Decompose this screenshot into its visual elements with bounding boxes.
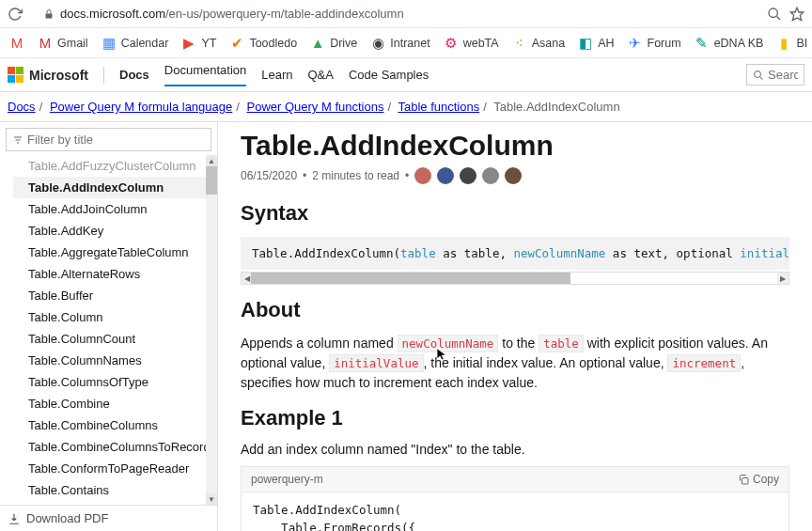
bookmark-item[interactable]: ◉Intranet <box>370 36 429 51</box>
bookmark-icon: ⁖ <box>512 36 527 51</box>
crumb-table[interactable]: Table functions <box>398 100 479 114</box>
bookmark-item[interactable]: ✈Forum <box>628 36 681 51</box>
toc-item[interactable]: Table.AggregateTableColumn <box>13 242 217 263</box>
scroll-down-icon[interactable]: ▼ <box>206 493 217 505</box>
about-heading: About <box>241 298 789 322</box>
toc-item[interactable]: Table.AlternateRows <box>13 263 217 285</box>
nav-learn[interactable]: Learn <box>261 68 292 82</box>
ms-logo-icon <box>8 67 23 83</box>
copy-button[interactable]: Copy <box>738 473 779 486</box>
microsoft-logo[interactable]: Microsoft <box>8 67 88 83</box>
lock-icon <box>43 8 55 20</box>
address-bar[interactable]: docs.microsoft.com/en-us/powerquery-m/ta… <box>30 5 759 23</box>
bookmark-label: Asana <box>532 37 565 50</box>
bookmark-label: Intranet <box>390 37 429 50</box>
contributor-avatar[interactable] <box>460 167 476 184</box>
crumb-current: Table.AddIndexColumn <box>493 100 619 114</box>
contributor-avatar[interactable] <box>505 167 522 184</box>
url-path: /en-us/powerquery-m/table-addindexcolumn <box>165 7 404 21</box>
toc-item[interactable]: Table.ContainsAll <box>13 501 217 505</box>
toc-item[interactable]: Table.AddFuzzyClusterColumn <box>13 155 217 177</box>
reload-icon[interactable] <box>8 7 23 22</box>
toc-item[interactable]: Table.Buffer <box>13 285 217 306</box>
site-header: Microsoft Docs Documentation Learn Q&A C… <box>0 58 812 92</box>
toc-item[interactable]: Table.ColumnsOfType <box>13 371 217 393</box>
article: Table.AddIndexColumn 06/15/2020 • 2 minu… <box>218 122 812 531</box>
svg-marker-2 <box>790 8 803 20</box>
bookmark-label: Calendar <box>121 37 169 50</box>
bookmark-icon: ✔ <box>229 36 244 51</box>
code-h-scrollbar[interactable]: ◀ ▶ <box>241 272 789 285</box>
filter-icon <box>12 134 23 146</box>
bookmark-icon: ▶ <box>181 36 196 51</box>
inline-code: newColumnName <box>398 335 499 352</box>
crumb-docs[interactable]: Docs <box>8 100 36 114</box>
download-icon <box>8 512 21 525</box>
bookmark-item[interactable]: ▮BI <box>776 36 807 51</box>
bookmark-icon: ▲ <box>310 36 325 51</box>
bookmark-item[interactable]: ✎eDNA KB <box>695 36 764 51</box>
bookmark-label: Drive <box>330 37 357 50</box>
scroll-thumb[interactable] <box>251 273 570 284</box>
product-link[interactable]: Docs <box>119 68 149 82</box>
nav-qa[interactable]: Q&A <box>308 68 334 82</box>
scroll-up-icon[interactable]: ▲ <box>206 155 217 166</box>
example-heading: Example 1 <box>241 406 789 430</box>
url-domain: docs.microsoft.com <box>60 7 165 21</box>
toc-item[interactable]: Table.Contains <box>13 479 217 501</box>
site-search[interactable] <box>746 64 804 86</box>
filter-box[interactable] <box>6 128 211 151</box>
bookmark-label: eDNA KB <box>714 37 764 50</box>
bookmark-item[interactable]: MGmail <box>38 36 88 51</box>
toc-item[interactable]: Table.AddJoinColumn <box>13 198 217 220</box>
bookmark-icon: ◉ <box>370 36 385 51</box>
bookmark-item[interactable]: M <box>9 36 24 51</box>
nav-documentation[interactable]: Documentation <box>164 63 246 86</box>
toc-item[interactable]: Table.CombineColumnsToRecord <box>13 436 217 458</box>
nav-code-samples[interactable]: Code Samples <box>349 68 429 82</box>
bookmark-icon: ▮ <box>776 36 791 51</box>
syntax-codeblock: Table.AddIndexColumn(table as table, new… <box>241 237 789 270</box>
toc-item[interactable]: Table.ConformToPageReader <box>13 458 217 479</box>
article-meta: 06/15/2020 • 2 minutes to read • <box>241 167 789 184</box>
scroll-thumb[interactable] <box>206 166 217 195</box>
bookmark-icon: ⚙ <box>444 36 459 51</box>
inline-code: table <box>539 335 584 352</box>
bookmark-icon: M <box>38 36 53 51</box>
bookmark-item[interactable]: ✔Toodledo <box>229 36 297 51</box>
bookmark-icon: ✎ <box>695 36 710 51</box>
code-language: powerquery-m <box>251 473 323 486</box>
bookmark-item[interactable]: ▲Drive <box>310 36 357 51</box>
scroll-right-icon[interactable]: ▶ <box>777 273 789 284</box>
toc-item[interactable]: Table.AddKey <box>13 220 217 242</box>
toc-item[interactable]: Table.ColumnNames <box>13 350 217 371</box>
brand-text: Microsoft <box>29 68 88 83</box>
svg-point-3 <box>755 70 761 77</box>
crumb-lang[interactable]: Power Query M formula language <box>50 100 232 114</box>
toc-item[interactable]: Table.ColumnCount <box>13 328 217 350</box>
toc-item[interactable]: Table.CombineColumns <box>13 414 217 436</box>
bookmark-icon: ▦ <box>102 36 117 51</box>
inline-code: increment <box>667 354 741 372</box>
filter-input[interactable] <box>27 133 205 147</box>
toc-item[interactable]: Table.AddIndexColumn <box>13 177 217 198</box>
toc-item[interactable]: Table.Column <box>13 306 217 328</box>
sidebar-scrollbar[interactable]: ▲ ▼ <box>206 155 217 505</box>
bookmark-item[interactable]: ▶YT <box>181 36 216 51</box>
site-search-input[interactable] <box>768 68 798 82</box>
article-date: 06/15/2020 <box>241 169 297 182</box>
bookmark-item[interactable]: ◧AH <box>578 36 614 51</box>
bookmark-item[interactable]: ⁖Asana <box>512 36 565 51</box>
bookmark-label: AH <box>598 37 614 50</box>
download-pdf-button[interactable]: Download PDF <box>0 505 217 531</box>
search-icon[interactable] <box>767 7 782 22</box>
bookmark-item[interactable]: ⚙webTA <box>444 36 499 51</box>
bookmark-item[interactable]: ▦Calendar <box>102 36 169 51</box>
star-icon[interactable] <box>789 7 804 22</box>
bookmark-icon: ✈ <box>628 36 643 51</box>
contributor-avatar[interactable] <box>482 167 499 184</box>
contributor-avatar[interactable] <box>437 167 454 184</box>
crumb-functions[interactable]: Power Query M functions <box>247 100 384 114</box>
contributor-avatar[interactable] <box>414 167 431 184</box>
toc-item[interactable]: Table.Combine <box>13 393 217 414</box>
